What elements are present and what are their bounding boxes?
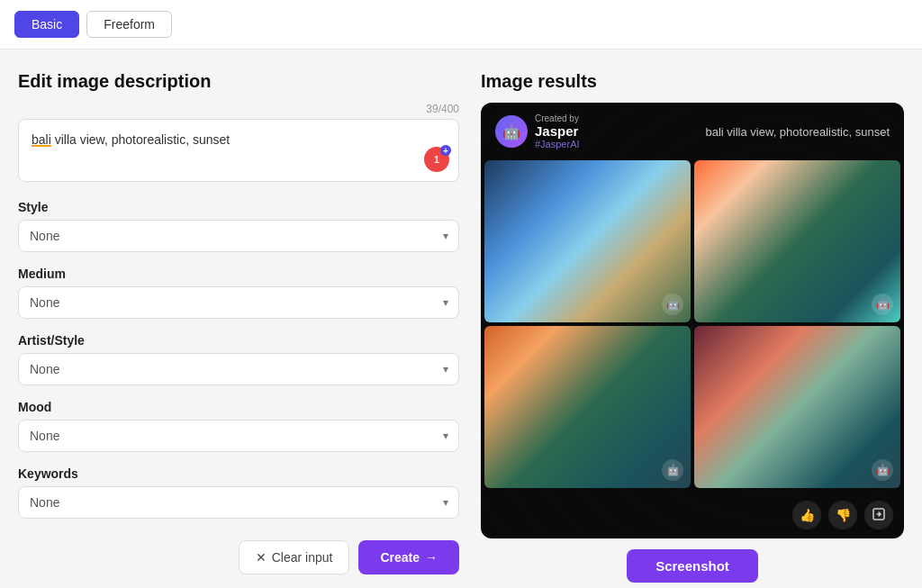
medium-select-wrapper: None Digital Watercolor Pencil Oil ▾ [18,286,459,319]
clear-input-button[interactable]: ✕ Clear input [239,540,350,574]
jasper-info: Created by Jasper #JasperAI [535,113,580,149]
thumbs-up-button[interactable]: 👍 [792,501,821,529]
image-cell-2[interactable]: 🤖 [694,160,900,322]
jasper-hashtag: #JasperAI [535,139,580,149]
clear-x-icon: ✕ [256,550,267,565]
mood-select[interactable]: None Happy Melancholy Dramatic Peaceful [18,420,459,452]
medium-select[interactable]: None Digital Watercolor Pencil Oil [18,286,459,319]
card-actions: 👍 👎 [481,492,904,538]
description-rest: villa view, photorealistic, sunset [55,132,230,147]
create-button[interactable]: Create → [358,540,459,574]
right-panel: Image results 🤖 Created by Jasper #Jaspe… [481,71,904,583]
created-by-label: Created by [535,113,580,123]
create-arrow-icon: → [425,550,438,565]
image-cell-1[interactable]: 🤖 [484,160,691,322]
image-grid: 🤖 🤖 🤖 🤖 [481,160,904,492]
mood-select-wrapper: None Happy Melancholy Dramatic Peaceful … [18,420,459,452]
char-count: 39/400 [18,103,459,115]
tab-freeform[interactable]: Freeform [86,11,172,38]
watermark-3: 🤖 [662,459,683,481]
keywords-select[interactable]: None Tropical Architecture Nature Urban [18,486,459,519]
keywords-select-wrapper: None Tropical Architecture Nature Urban … [18,486,459,519]
watermark-2: 🤖 [872,294,893,315]
card-header: 🤖 Created by Jasper #JasperAI bali villa… [481,103,904,160]
thumbs-up-icon: 👍 [800,508,815,522]
bottom-actions: ✕ Clear input Create → [18,540,459,574]
results-title: Image results [481,71,904,92]
artist-select[interactable]: None Monet Picasso Van Gogh Dali [18,353,459,385]
edit-section-title: Edit image description [18,71,459,92]
image-prompt-text: bali villa view, photorealistic, sunset [706,125,890,139]
create-label: Create [380,550,420,565]
jasper-avatar: 🤖 [495,115,528,148]
description-underline: bali [32,132,51,147]
style-select[interactable]: None Photorealistic Cartoon Abstract Oil… [18,220,459,252]
jasper-logo-area: 🤖 Created by Jasper #JasperAI [495,113,580,149]
main-layout: Edit image description 39/400 bali villa… [0,50,922,588]
left-panel: Edit image description 39/400 bali villa… [18,71,459,583]
jasper-brand-name: Jasper [535,123,580,139]
artist-label: Artist/Style [18,333,459,348]
watermark-4: 🤖 [872,459,893,481]
thumbs-down-icon: 👎 [836,508,851,522]
style-select-wrapper: None Photorealistic Cartoon Abstract Oil… [18,220,459,252]
share-button[interactable] [864,501,893,529]
image-results-card: 🤖 Created by Jasper #JasperAI bali villa… [481,103,904,538]
description-text: bali villa view, photorealistic, sunset [32,131,446,149]
artist-group: Artist/Style None Monet Picasso Van Gogh… [18,333,459,385]
share-icon [872,508,885,523]
clear-label: Clear input [272,550,333,565]
watermark-1: 🤖 [662,294,683,315]
screenshot-button[interactable]: Screenshot [627,549,758,583]
thumbs-down-button[interactable]: 👎 [828,501,857,529]
tab-basic[interactable]: Basic [14,11,79,38]
medium-label: Medium [18,267,459,281]
artist-select-wrapper: None Monet Picasso Van Gogh Dali ▾ [18,353,459,385]
tab-bar: Basic Freeform [0,0,922,50]
add-badge[interactable]: 1 [424,147,449,172]
mood-group: Mood None Happy Melancholy Dramatic Peac… [18,400,459,452]
description-wrapper[interactable]: bali villa view, photorealistic, sunset … [18,119,459,182]
keywords-label: Keywords [18,466,459,481]
style-group: Style None Photorealistic Cartoon Abstra… [18,200,459,252]
mood-label: Mood [18,400,459,414]
image-cell-4[interactable]: 🤖 [694,326,900,488]
keywords-group: Keywords None Tropical Architecture Natu… [18,466,459,519]
medium-group: Medium None Digital Watercolor Pencil Oi… [18,267,459,319]
style-label: Style [18,200,459,214]
image-cell-3[interactable]: 🤖 [484,326,691,488]
